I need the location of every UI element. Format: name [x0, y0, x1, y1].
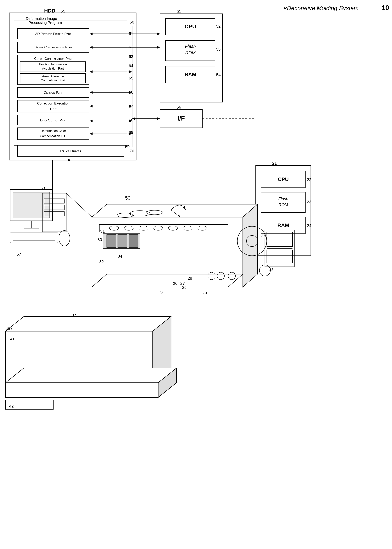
ref-25: 25	[182, 285, 187, 290]
box-67	[17, 100, 89, 112]
monitor	[10, 190, 52, 221]
program-label-2: Processing Program	[28, 21, 62, 25]
ref-28: 28	[188, 276, 192, 281]
label-if: I/F	[177, 115, 185, 122]
keyboard	[10, 233, 58, 243]
svg-marker-61	[68, 159, 71, 161]
svg-rect-40	[267, 232, 293, 246]
ref-30: 30	[98, 237, 102, 242]
ref-62: 62	[129, 45, 133, 49]
box-66	[17, 87, 89, 98]
ram-24-box	[261, 217, 305, 234]
svg-point-31	[139, 226, 148, 230]
ref-42: 42	[9, 404, 14, 408]
svg-point-64	[208, 272, 215, 280]
label-ram-54: RAM	[184, 71, 196, 77]
system-title: Decorative Molding System	[287, 5, 358, 11]
ref-59: 59	[125, 144, 130, 149]
ref-68: 68	[129, 118, 133, 122]
svg-point-39	[246, 235, 258, 246]
ref-50: 50	[125, 195, 130, 201]
label-61: 3D Picture Editing Part	[35, 32, 71, 36]
program-box	[14, 20, 128, 145]
label-64a: Position Information	[39, 63, 67, 66]
ref-67: 67	[129, 104, 133, 109]
mouse	[59, 231, 70, 246]
label-65a: Area Difference	[42, 75, 64, 78]
monitor-screen	[13, 192, 50, 218]
ref-32: 32	[99, 260, 104, 264]
ref-23: 23	[307, 200, 311, 204]
label-67b: Part	[50, 107, 57, 111]
svg-rect-37	[118, 235, 127, 247]
svg-point-35	[198, 226, 207, 230]
hdd-label: HDD	[44, 8, 55, 14]
if-box	[160, 109, 202, 128]
svg-marker-1	[283, 7, 286, 9]
svg-marker-44	[178, 214, 180, 217]
box-68	[17, 115, 89, 125]
svg-marker-16	[129, 91, 132, 94]
svg-marker-4	[90, 33, 92, 35]
ref-52: 52	[216, 24, 221, 28]
svg-marker-26	[90, 133, 92, 135]
label-69b: Compensation LUT	[40, 134, 67, 138]
ref-63: 63	[129, 54, 133, 59]
box-65	[20, 74, 85, 83]
ref-61: 61	[129, 31, 133, 36]
svg-rect-47	[6, 383, 158, 397]
ref-21: 21	[272, 161, 277, 166]
table-right-face	[153, 317, 171, 383]
carriage-rail	[99, 225, 228, 232]
ref-53: 53	[216, 47, 221, 51]
ref-24: 24	[307, 223, 311, 228]
ref-58: 58	[41, 186, 45, 190]
cutter-33	[265, 230, 294, 267]
system-number: 10	[382, 4, 389, 12]
flash-rom-23-box	[261, 192, 305, 212]
cpu-52-box	[166, 18, 215, 35]
table-drawer	[6, 400, 53, 409]
svg-marker-13	[129, 70, 132, 73]
label-62: Shape Compensation Part	[35, 45, 72, 49]
ref-70: 70	[130, 149, 134, 153]
label-flash-53b: ROM	[185, 50, 196, 55]
svg-rect-38	[129, 235, 138, 247]
ram-54-box	[166, 66, 215, 83]
printer-bottom-face	[92, 274, 243, 287]
box-64	[20, 62, 85, 72]
label-S: S	[160, 290, 163, 294]
svg-point-30	[124, 226, 133, 230]
svg-line-0	[283, 7, 287, 9]
ref-26: 26	[173, 281, 177, 286]
svg-marker-23	[90, 120, 92, 122]
box-63	[17, 55, 89, 85]
ref-40-arrow: 40	[7, 326, 12, 331]
svg-point-29	[109, 226, 119, 230]
svg-marker-67	[183, 206, 186, 210]
svg-point-33	[168, 226, 177, 230]
roller-31a	[130, 211, 150, 216]
box-62	[17, 42, 89, 53]
svg-point-65	[217, 272, 224, 280]
svg-line-62	[66, 193, 92, 217]
svg-point-66	[228, 272, 235, 280]
ref-60: 60	[130, 20, 134, 24]
svg-marker-25	[129, 133, 132, 135]
svg-marker-20	[90, 105, 92, 107]
ref-66: 66	[129, 90, 133, 95]
svg-marker-46	[158, 368, 177, 397]
ref-22: 22	[307, 177, 311, 182]
roller-31c	[146, 210, 163, 215]
svg-marker-10	[157, 117, 160, 120]
svg-marker-22	[129, 120, 132, 122]
ref-33: 33	[269, 267, 273, 271]
label-flash-23a: Flash	[278, 197, 288, 201]
hdd-outer-box	[9, 13, 136, 160]
svg-marker-11	[132, 117, 135, 120]
box-69	[17, 128, 89, 140]
ref-64: 64	[129, 63, 133, 68]
ref-65: 65	[129, 76, 133, 80]
label-65b: Computation Part	[41, 78, 65, 82]
svg-line-49	[158, 383, 177, 397]
